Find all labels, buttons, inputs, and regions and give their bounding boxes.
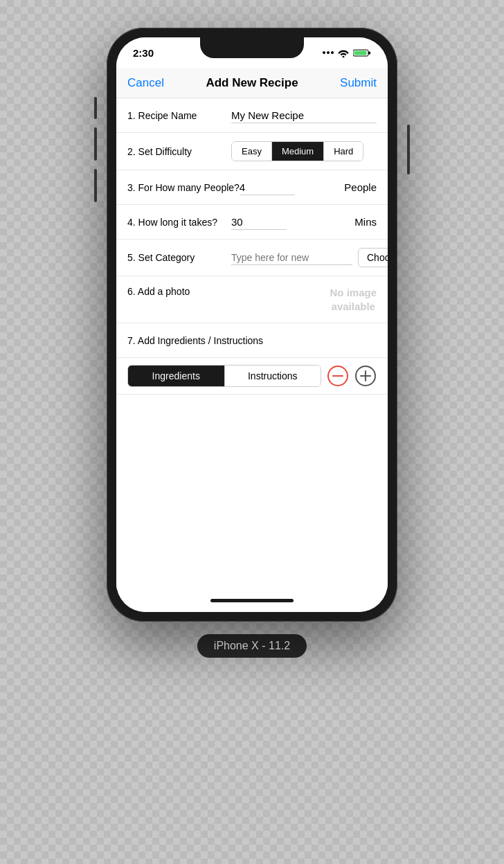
time-unit: Mins [354,216,377,228]
difficulty-hard-button[interactable]: Hard [324,142,363,161]
svg-point-2 [331,51,334,54]
nav-bar: Cancel Add New Recipe Submit [116,68,388,98]
ingredients-heading-label: 7. Add Ingredients / Instructions [127,335,263,346]
home-bar [210,599,294,602]
nav-title: Add New Recipe [206,76,298,90]
form-content: 1. Recipe Name 2. Set Difficulty Easy Me… [116,98,388,588]
people-label: 3. For How many People? [127,182,240,193]
power-button [407,125,410,174]
left-side-buttons [94,97,97,202]
people-row: 3. For How many People? People [116,170,388,205]
recipe-name-input[interactable] [231,108,377,123]
status-time: 2:30 [133,47,154,59]
ingredients-heading-row: 7. Add Ingredients / Instructions [116,323,388,358]
device-label: iPhone X - 11.2 [197,634,307,658]
category-input[interactable] [231,251,352,265]
photo-row: 6. Add a photo No imageavailable [116,276,388,323]
category-label: 5. Set Category [127,252,231,263]
remove-item-button[interactable] [327,365,349,387]
battery-icon [353,48,371,57]
choose-button[interactable]: Choose [358,248,388,267]
phone-frame: 2:30 C [107,28,397,622]
difficulty-easy-button[interactable]: Easy [232,142,272,161]
tab-ingredients-button[interactable]: Ingredients [128,366,225,386]
notch [200,37,304,58]
content-area [116,395,388,588]
difficulty-segment: Easy Medium Hard [231,141,363,161]
submit-button[interactable]: Submit [340,76,377,90]
tabs-row: Ingredients Instructions [116,358,388,395]
photo-label: 6. Add a photo [127,286,231,297]
time-row: 4. How long it takes? Mins [116,205,388,240]
time-input[interactable] [231,215,287,230]
recipe-name-row: 1. Recipe Name [116,98,388,133]
svg-rect-5 [354,51,367,55]
home-indicator [116,588,388,612]
people-unit: People [344,181,377,193]
tab-instructions-button[interactable]: Instructions [225,366,321,386]
add-item-button[interactable] [354,365,377,387]
difficulty-label: 2. Set Difficulty [127,146,231,157]
time-label: 4. How long it takes? [127,217,231,228]
difficulty-row: 2. Set Difficulty Easy Medium Hard [116,133,388,170]
wifi-icon [337,48,350,57]
volume-up-button [94,127,97,161]
svg-point-1 [327,51,330,54]
svg-rect-4 [368,51,370,54]
status-bar: 2:30 [116,37,388,68]
category-row: 5. Set Category Choose [116,240,388,276]
cancel-button[interactable]: Cancel [127,76,164,90]
volume-down-button [94,169,97,202]
no-image-text: No imageavailable [330,286,377,313]
difficulty-medium-button[interactable]: Medium [272,142,324,161]
signal-icon [323,48,334,57]
silent-button [94,97,97,119]
phone-screen: 2:30 C [116,37,388,612]
recipe-name-label: 1. Recipe Name [127,110,231,121]
right-side-buttons [407,125,410,174]
tab-segment: Ingredients Instructions [127,365,321,387]
people-input[interactable] [240,180,295,195]
status-icons [323,48,371,57]
svg-point-0 [323,51,325,54]
